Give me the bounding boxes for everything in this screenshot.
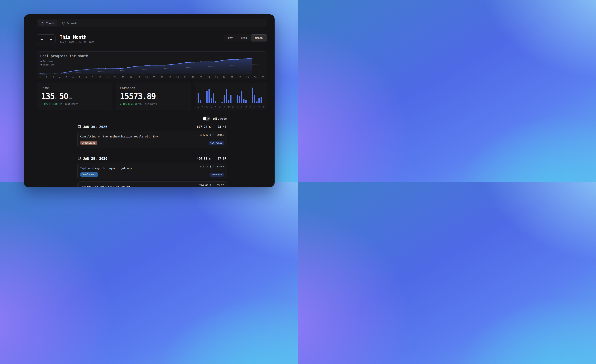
time-card-title: Time	[41, 86, 108, 90]
divider	[214, 133, 214, 136]
stopwatch-icon	[41, 22, 44, 25]
entry-client-badge: CLNTPULSE	[209, 141, 224, 145]
daily-earnings-bar-chart	[197, 86, 264, 103]
entry-tag: Development	[80, 172, 98, 177]
daily-earnings-x-axis: 135791113151719212325272931	[197, 104, 264, 109]
tab-records-label: Records	[67, 22, 78, 25]
section-total-amount: 607.24 $	[197, 125, 211, 129]
edit-mode-row: Edit Mode	[77, 117, 227, 120]
earnings-delta-note: vs. last month	[138, 103, 157, 105]
section-separator	[77, 150, 227, 150]
tab-records[interactable]: Records	[59, 20, 81, 26]
divider	[214, 165, 214, 168]
period-header: ← → This Month Jan 1, 2026 - Jan 31, 202…	[37, 34, 267, 44]
time-hours-value: 135	[41, 92, 54, 100]
section-total-time: 03:48	[217, 125, 226, 129]
earnings-delta: ↑ 31% (3697$)	[120, 103, 137, 105]
page-title: This Month	[60, 35, 94, 40]
entry-client-badge: KINROUTE	[210, 173, 224, 177]
day-section-header: JAN 29, 2026 466.81 $ 07:07	[77, 155, 227, 163]
entry-amount: 222.13 $	[199, 165, 211, 168]
entry-duration: 03:47	[216, 165, 224, 168]
calendar-icon	[78, 156, 81, 161]
goal-progress-chart	[40, 56, 259, 75]
earnings-unit: $	[156, 97, 158, 100]
earnings-card-title: Earnings	[120, 86, 187, 90]
section-date: JAN 29, 2026	[83, 157, 107, 161]
section-total-amount: 466.81 $	[197, 157, 211, 160]
entry-duration: 00:58	[216, 134, 224, 136]
entry-tag: Consulting	[80, 141, 97, 145]
edit-mode-toggle[interactable]	[202, 117, 210, 120]
entry-amount: 154.47 $	[199, 134, 211, 136]
date-range: Jan 1, 2026 - Jan 31, 2026	[60, 41, 94, 44]
arrow-right-icon: →	[50, 37, 52, 41]
time-delta: ↑ 14% (16:34)	[41, 103, 58, 105]
time-minutes-value: 50	[59, 92, 68, 100]
edit-mode-label: Edit Mode	[213, 117, 227, 120]
calendar-icon	[78, 125, 81, 129]
prev-period-button[interactable]: ←	[37, 35, 46, 44]
layers-icon	[62, 22, 65, 25]
entries-list: Edit Mode JAN 30, 2026	[77, 117, 227, 182]
goal-chart-x-axis: 1234567891011121314151617181920212223242…	[40, 76, 264, 78]
time-hours-unit: hr	[55, 97, 58, 100]
view-day-button[interactable]: Day	[224, 34, 237, 41]
entry-card[interactable]: 154.47 $ 00:58 Consulting on the authent…	[77, 131, 227, 148]
summary-cards: Time 135 hr 50 min ↑ 14% (16:34) vs. las…	[37, 83, 267, 110]
time-delta-note: vs. last month	[60, 103, 78, 105]
period-nav: ← →	[37, 34, 55, 44]
day-section-header: JAN 30, 2026 607.24 $ 03:48	[77, 124, 227, 131]
goal-progress-card: Goal progress for month Earnings Idealli…	[37, 52, 267, 79]
view-month-button[interactable]: Month	[251, 34, 267, 41]
view-week-button[interactable]: Week	[237, 34, 251, 41]
time-card: Time 135 hr 50 min ↑ 14% (16:34) vs. las…	[37, 83, 112, 110]
section-total-time: 07:07	[217, 157, 226, 160]
app-panel: Track Records ←	[24, 15, 275, 182]
tab-track-label: Track	[46, 22, 54, 25]
entry-card[interactable]: 244.68 $ 03:20 Testing the notification …	[77, 181, 227, 182]
arrow-left-icon: ←	[40, 37, 43, 41]
time-minutes-unit: min	[69, 97, 73, 100]
section-date: JAN 30, 2026	[83, 125, 107, 129]
earnings-value: 15573.89	[120, 92, 156, 100]
next-period-button[interactable]: →	[46, 35, 55, 44]
tab-bar: Track Records	[37, 19, 267, 27]
edit-mode-toggle-knob	[203, 117, 206, 120]
pencil-icon	[207, 117, 210, 121]
tab-track[interactable]: Track	[38, 20, 57, 26]
entry-card[interactable]: 222.13 $ 03:47 Implementing the payment …	[77, 163, 227, 179]
view-switcher: Day Week Month	[224, 34, 267, 41]
earnings-card: Earnings 15573.89 $ ↑ 31% (3697$) vs. la…	[116, 83, 191, 110]
daily-earnings-card: 135791113151719212325272931	[195, 83, 267, 110]
